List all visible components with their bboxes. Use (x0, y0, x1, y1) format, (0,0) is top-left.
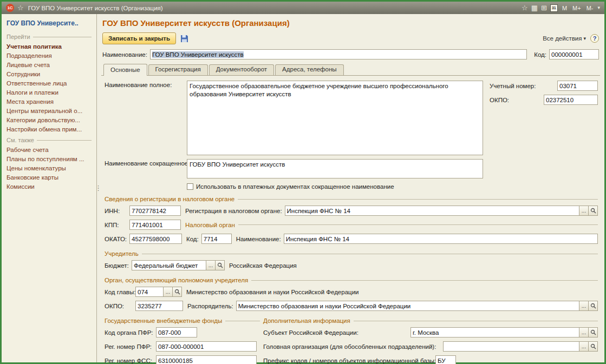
group-founder-authority-label: Орган, осуществляющий полномочия учредит… (105, 277, 248, 283)
group-divider (354, 321, 598, 321)
group-tax-registration: Сведения о регистрации в налоговом орган… (105, 196, 598, 202)
fss-number-input[interactable]: 6310000185 (156, 355, 257, 364)
prefix-input[interactable]: БУ (435, 355, 456, 364)
section-divider (33, 37, 92, 37)
head-org-open-button[interactable] (589, 341, 598, 352)
short-name-row: Наименование сокращенное: ГОБУ ВПО Униве… (105, 159, 598, 178)
short-name-input[interactable]: ГОБУ ВПО Университет искусств (187, 159, 483, 178)
steward-input[interactable]: Министерство образования и науки Российс… (236, 301, 579, 311)
tab-main[interactable]: Основные (103, 64, 147, 76)
funds-additional-body: Код органа ПФР: 087-000 Рег. номер ПФР: … (105, 327, 598, 364)
inn-input[interactable]: 7702778142 (129, 206, 181, 216)
budget-open-button[interactable] (216, 260, 225, 270)
history-grid-icon[interactable]: ▦ (531, 4, 538, 11)
group-founder-authority: Орган, осуществляющий полномочия учредит… (105, 277, 598, 283)
kpp-input[interactable]: 771401001 (129, 220, 181, 230)
head-org-choose-button[interactable]: ... (579, 341, 589, 352)
sidebar-item-allowance-categories[interactable]: Категории довольствую... (2, 115, 96, 124)
chapter-code-open-button[interactable] (173, 287, 182, 297)
sidebar-item-employees[interactable]: Сотрудники (2, 69, 96, 78)
section-divider (37, 140, 92, 141)
memory-button[interactable]: М (561, 5, 568, 11)
okato-input[interactable]: 45277598000 (129, 234, 182, 244)
tax-name-input[interactable]: Инспекция ФНС № 14 (284, 234, 598, 244)
founder-okpo-input[interactable]: 3235277 (135, 301, 183, 311)
code-input[interactable]: 000000001 (549, 49, 599, 59)
see-also-section-label: См. также (6, 137, 34, 143)
budget-row: Бюджет: Федеральный бюджет ... Российска… (105, 260, 598, 270)
1c-logo-icon[interactable]: 1С (6, 4, 14, 12)
pfr-number-input[interactable]: 087-000-000001 (156, 341, 257, 352)
tax-registration-open-button[interactable] (589, 206, 598, 216)
save-button[interactable] (179, 32, 191, 44)
rf-subject-choose-button[interactable]: ... (579, 327, 589, 337)
titlebar-menu-arrow-icon[interactable]: ▾ (597, 5, 600, 10)
sidebar-item-responsible-persons[interactable]: Ответственные лица (2, 78, 96, 88)
okpo-input[interactable]: 02372510 (544, 95, 598, 105)
tab-panel-main: Наименование полное: Государственное обр… (101, 75, 600, 362)
name-input[interactable]: ГОУ ВПО Университет искусств (150, 49, 527, 59)
use-short-name-checkbox[interactable] (187, 183, 193, 190)
sidebar-item-accounting-policy[interactable]: Учетная политика (2, 42, 96, 51)
tab-document-flow[interactable]: Документооборот (209, 64, 274, 75)
chapter-code-input[interactable]: 074 (135, 287, 164, 297)
fss-number-label: Рег. номер ФСС: (105, 358, 156, 364)
tax-code-input[interactable]: 7714 (201, 234, 232, 244)
help-button[interactable]: ? (590, 34, 599, 43)
sidebar-item-material-centers[interactable]: Центры материальной о... (2, 106, 96, 115)
sidebar-item-taxes-payments[interactable]: Налоги и платежи (2, 88, 96, 97)
goto-section-label: Перейти (6, 34, 30, 40)
rf-subject-open-button[interactable] (589, 327, 598, 337)
sidebar-item-exchange-settings[interactable]: Настройки обмена прим... (2, 124, 96, 134)
chapter-code-choose-button[interactable]: ... (164, 287, 173, 297)
registration-numbers-column: Учетный номер: 03071 ОКПО: 02372510 (483, 81, 598, 109)
okato-row: ОКАТО: 45277598000 Код: 7714 Наименовани… (105, 234, 598, 244)
group-state-funds: Государственные внебюджетные фонды (105, 317, 260, 324)
head-org-input[interactable] (443, 341, 579, 352)
save-and-close-button[interactable]: Записать и закрыть (102, 32, 176, 44)
all-actions-button[interactable]: Все действия ▾ (543, 35, 586, 42)
add-favorite-star-icon[interactable]: ☆ (522, 4, 528, 11)
sidebar-item-item-prices[interactable]: Цены номенклатуры (2, 163, 96, 173)
kpp-row: КПП: 771401001 Налоговый орган (105, 220, 598, 230)
group-founder: Учредитель (105, 250, 598, 257)
sidebar-item-bank-cards[interactable]: Банковские карты (2, 173, 96, 182)
sidebar-item-commissions[interactable]: Комиссии (2, 182, 96, 191)
sidebar-item-personal-accounts[interactable]: Лицевые счета (2, 60, 96, 69)
tax-registration-choose-button[interactable]: ... (579, 206, 589, 216)
use-short-name-label: Использовать в платежных документах сокр… (196, 183, 394, 190)
tab-state-registration[interactable]: Госрегистрация (148, 64, 208, 75)
account-number-input[interactable]: 03071 (557, 81, 598, 91)
group-divider (238, 199, 598, 200)
chevron-down-icon: ▾ (583, 36, 586, 41)
rf-subject-input[interactable]: г. Москва (410, 327, 579, 337)
panel-splitter-handle[interactable]: ⋮ (95, 186, 99, 208)
steward-open-button[interactable] (589, 301, 598, 311)
sidebar-item-working-accounts[interactable]: Рабочие счета (2, 145, 96, 154)
tax-name-label: Наименование: (236, 236, 281, 242)
group-divider (142, 254, 598, 254)
favorites-star-icon[interactable]: ☆ (17, 4, 24, 11)
rf-subject-row: Субъект Российской Федерации: г. Москва … (263, 327, 598, 337)
pfr-code-input[interactable]: 087-000 (156, 327, 197, 337)
form-toolbar: Записать и закрыть Все действия ▾ ? (101, 32, 600, 49)
magnifier-icon (590, 329, 596, 335)
sidebar-item-departments[interactable]: Подразделения (2, 51, 96, 60)
budget-input[interactable]: Федеральный бюджет (132, 260, 206, 270)
budget-choose-button[interactable]: ... (206, 260, 216, 270)
full-name-input[interactable]: Государственное образовательное бюджетно… (187, 81, 483, 155)
tab-addresses-phones[interactable]: Адреса, телефоны (275, 64, 343, 75)
sidebar-section-see-also: См. также (2, 134, 96, 145)
pfr-code-label: Код органа ПФР: (105, 329, 156, 336)
tax-registration-input[interactable]: Инспекция ФНС № 14 (285, 206, 579, 216)
steward-choose-button[interactable]: ... (579, 301, 589, 311)
funds-additional-headers: Государственные внебюджетные фонды Допол… (105, 315, 598, 327)
memory-minus-button[interactable]: М- (585, 5, 595, 11)
calendar-icon[interactable]: 31 (550, 4, 558, 12)
prefix-label: Префикс кодов / номеров объектов информа… (263, 358, 435, 364)
calculator-icon[interactable]: ⊞ (541, 4, 547, 11)
magnifier-icon (174, 289, 180, 295)
memory-plus-button[interactable]: М+ (571, 5, 582, 11)
sidebar-item-receipt-plans[interactable]: Планы по поступлениям ... (2, 154, 96, 163)
sidebar-item-storage-places[interactable]: Места хранения (2, 97, 96, 106)
